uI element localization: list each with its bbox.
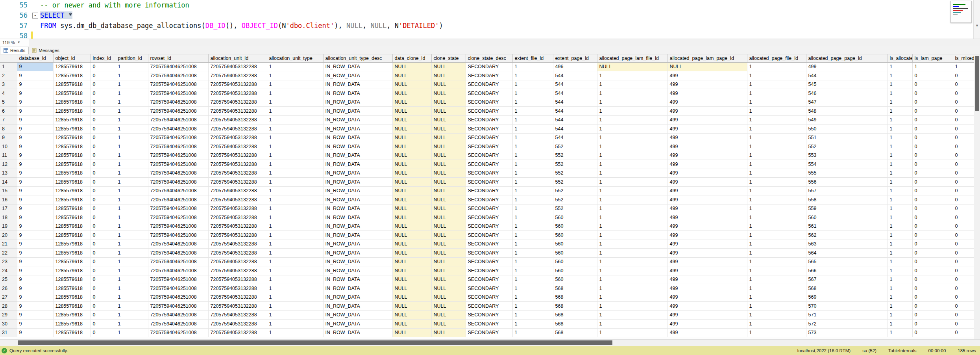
grid-cell[interactable]: 0 xyxy=(912,231,953,240)
grid-cell[interactable]: 0 xyxy=(912,257,953,266)
column-header-database_id[interactable]: database_id xyxy=(17,54,53,62)
editor-horizontal-scrollbar[interactable] xyxy=(29,39,980,46)
grid-cell[interactable]: NULL xyxy=(431,310,466,320)
grid-cell[interactable]: IN_ROW_DATA xyxy=(323,160,392,169)
grid-cell[interactable]: 72057594053132288 xyxy=(208,142,267,151)
grid-cell[interactable]: 499 xyxy=(668,142,747,151)
grid-cell[interactable]: 1285579618 xyxy=(53,231,91,240)
grid-cell[interactable]: NULL xyxy=(392,160,431,169)
grid-cell[interactable]: NULL xyxy=(431,204,466,213)
column-header-extent_file_id[interactable]: extent_file_id xyxy=(512,54,553,62)
grid-cell[interactable]: IN_ROW_DATA xyxy=(323,257,392,266)
grid-cell[interactable]: 9 xyxy=(17,160,53,169)
grid-cell[interactable]: 9 xyxy=(17,257,53,266)
grid-cell[interactable]: 9 xyxy=(17,266,53,275)
column-header-allocated_page_page_id[interactable]: allocated_page_page_id xyxy=(806,54,888,62)
grid-cell[interactable]: 1 xyxy=(116,257,148,266)
grid-cell[interactable]: 9 xyxy=(17,186,53,195)
grid-cell[interactable]: 9 xyxy=(17,213,53,222)
grid-cell[interactable]: 1285579618 xyxy=(53,195,91,204)
grid-cell[interactable]: 72057594053132288 xyxy=(208,266,267,275)
grid-cell[interactable]: 556 xyxy=(806,178,888,187)
grid-cell[interactable]: NULL xyxy=(431,178,466,187)
grid-cell[interactable]: 499 xyxy=(668,302,747,311)
grid-cell[interactable]: 0 xyxy=(912,186,953,195)
grid-cell[interactable]: 499 xyxy=(668,204,747,213)
grid-cell[interactable]: 1285579618 xyxy=(53,302,91,311)
grid-cell[interactable]: 1 xyxy=(512,231,553,240)
grid-cell[interactable]: 1 xyxy=(116,71,148,80)
row-header[interactable]: 23 xyxy=(0,257,17,266)
column-header-clone_state_desc[interactable]: clone_state_desc xyxy=(466,54,512,62)
grid-cell[interactable]: 9 xyxy=(17,133,53,142)
grid-cell[interactable]: 1285579618 xyxy=(53,320,91,329)
grid-cell[interactable]: 560 xyxy=(553,275,597,284)
grid-cell[interactable]: 499 xyxy=(668,71,747,80)
grid-cell[interactable]: 9 xyxy=(17,204,53,213)
grid-cell[interactable]: 0 xyxy=(91,115,116,125)
grid-cell[interactable]: 0 xyxy=(91,284,116,293)
grid-cell[interactable]: 563 xyxy=(806,240,888,249)
grid-cell[interactable]: 559 xyxy=(806,204,888,213)
grid-cell[interactable]: 1 xyxy=(267,133,323,142)
grid-cell[interactable]: 1 xyxy=(747,151,806,160)
grid-cell[interactable]: NULL xyxy=(392,249,431,258)
grid-cell[interactable]: 1 xyxy=(747,133,806,142)
grid-cell[interactable]: IN_ROW_DATA xyxy=(323,80,392,89)
grid-cell[interactable]: SECONDARY xyxy=(466,89,512,98)
grid-cell[interactable]: 1 xyxy=(888,142,912,151)
grid-cell[interactable]: 499 xyxy=(668,320,747,329)
grid-cell[interactable]: 9 xyxy=(17,284,53,293)
grid-cell[interactable]: 552 xyxy=(553,151,597,160)
grid-cell[interactable]: 560 xyxy=(553,231,597,240)
grid-cell[interactable]: 499 xyxy=(668,257,747,266)
grid-cell[interactable]: 1 xyxy=(116,107,148,116)
grid-cell[interactable]: 1 xyxy=(116,151,148,160)
grid-cell[interactable]: SECONDARY xyxy=(466,186,512,195)
row-header[interactable]: 15 xyxy=(0,186,17,195)
grid-cell[interactable]: 0 xyxy=(912,98,953,107)
grid-cell[interactable]: 499 xyxy=(668,89,747,98)
grid-cell[interactable]: 1285579618 xyxy=(53,71,91,80)
grid-cell[interactable]: NULL xyxy=(392,133,431,142)
grid-cell[interactable]: NULL xyxy=(597,62,668,71)
grid-cell[interactable]: 1 xyxy=(888,178,912,187)
grid-cell[interactable]: 1 xyxy=(597,284,668,293)
grid-cell[interactable]: SECONDARY xyxy=(466,107,512,116)
grid-cell[interactable]: SECONDARY xyxy=(466,80,512,89)
grid-cell[interactable]: 72057594046251008 xyxy=(148,320,208,329)
column-header-extent_page_id[interactable]: extent_page_id xyxy=(553,54,597,62)
grid-cell[interactable]: 1285579618 xyxy=(53,62,91,71)
grid-cell[interactable]: 1285579618 xyxy=(53,160,91,169)
grid-cell[interactable]: 1 xyxy=(267,151,323,160)
grid-cell[interactable]: 1 xyxy=(747,89,806,98)
grid-cell[interactable]: IN_ROW_DATA xyxy=(323,302,392,311)
grid-cell[interactable]: 72057594053132288 xyxy=(208,320,267,329)
grid-cell[interactable]: 9 xyxy=(17,320,53,329)
grid-cell[interactable]: 1 xyxy=(267,62,323,71)
grid-cell[interactable]: 573 xyxy=(806,328,888,337)
grid-cell[interactable]: 1 xyxy=(267,302,323,311)
grid-cell[interactable]: NULL xyxy=(431,107,466,116)
grid-cell[interactable]: 499 xyxy=(668,98,747,107)
grid-cell[interactable]: 547 xyxy=(806,98,888,107)
grid-cell[interactable]: NULL xyxy=(431,257,466,266)
grid-cell[interactable]: 499 xyxy=(668,133,747,142)
grid-cell[interactable]: NULL xyxy=(431,249,466,258)
grid-cell[interactable]: 72057594046251008 xyxy=(148,275,208,284)
grid-cell[interactable]: 552 xyxy=(553,160,597,169)
grid-cell[interactable]: 1 xyxy=(512,328,553,337)
grid-cell[interactable]: 1285579618 xyxy=(53,169,91,178)
grid-cell[interactable]: 9 xyxy=(17,115,53,125)
row-header[interactable]: 6 xyxy=(0,107,17,116)
editor-line[interactable]: 55-- or newer and with more information xyxy=(0,0,980,10)
grid-cell[interactable]: NULL xyxy=(431,62,466,71)
grid-cell[interactable]: 1 xyxy=(116,115,148,125)
column-header-clone_state[interactable]: clone_state xyxy=(431,54,466,62)
grid-cell[interactable]: 1 xyxy=(267,107,323,116)
grid-cell[interactable]: 72057594046251008 xyxy=(148,80,208,89)
grid-cell[interactable]: 1 xyxy=(267,71,323,80)
row-header[interactable]: 21 xyxy=(0,240,17,249)
grid-cell[interactable]: 1285579618 xyxy=(53,89,91,98)
grid-cell[interactable]: NULL xyxy=(431,151,466,160)
